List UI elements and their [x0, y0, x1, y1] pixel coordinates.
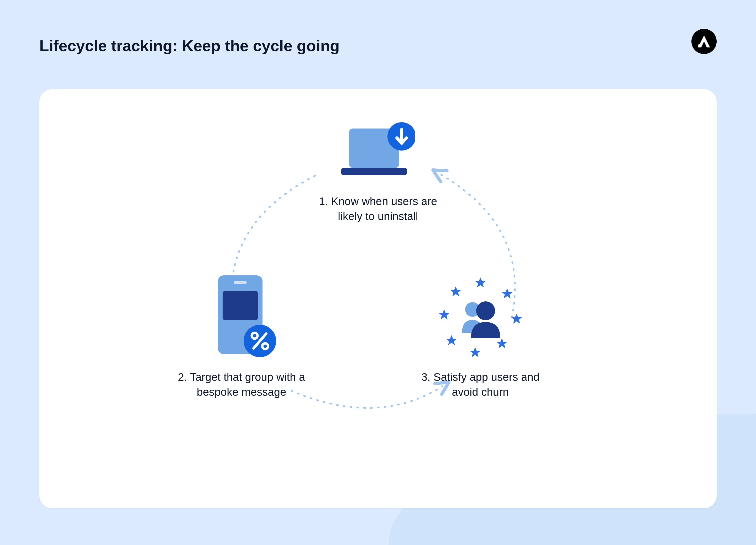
- cycle-diagram: 1. Know when users are likely to uninsta…: [39, 89, 717, 508]
- page-title: Lifecycle tracking: Keep the cycle going: [39, 37, 340, 55]
- brand-logo: [691, 29, 717, 54]
- svg-point-12: [476, 301, 495, 320]
- laptop-uninstall-icon: [336, 121, 415, 189]
- step-1-illustration: [336, 121, 415, 190]
- step-2-label: 2. Target that group with a bespoke mess…: [173, 370, 310, 399]
- step-3-illustration: [433, 273, 528, 363]
- page: Lifecycle tracking: Keep the cycle going: [0, 0, 756, 545]
- satisfied-users-icon: [433, 273, 528, 362]
- step-2-illustration: [202, 273, 281, 363]
- step-1-label: 1. Know when users are likely to uninsta…: [310, 194, 446, 224]
- content-card: 1. Know when users are likely to uninsta…: [39, 89, 717, 508]
- svg-rect-2: [341, 168, 407, 175]
- svg-point-0: [698, 44, 701, 48]
- svg-rect-6: [223, 291, 258, 320]
- svg-rect-5: [234, 281, 247, 284]
- phone-message-icon: [202, 273, 281, 362]
- step-3-label: 3. Satisfy app users and avoid churn: [412, 370, 549, 399]
- brand-logo-icon: [696, 34, 712, 49]
